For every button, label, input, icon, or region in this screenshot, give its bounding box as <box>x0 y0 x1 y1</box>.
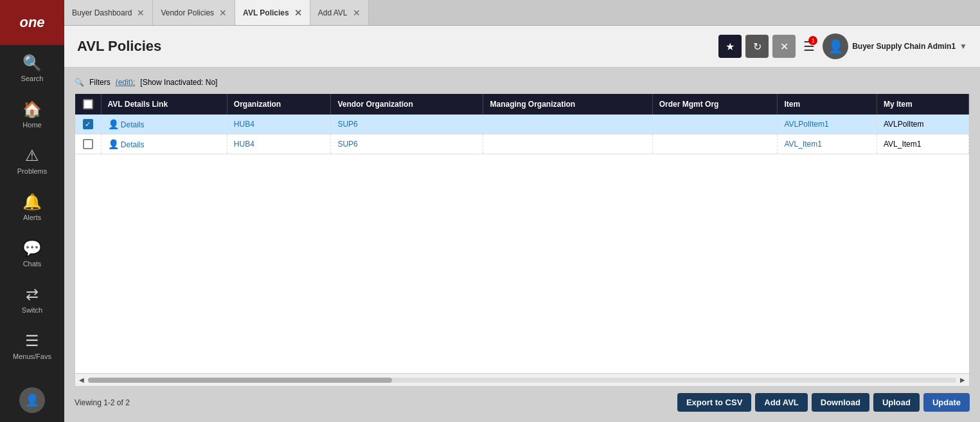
row1-checkbox[interactable] <box>83 119 93 129</box>
content-area: 🔍 Filters (edit): [Show Inactivated: No] <box>64 68 980 422</box>
menus-icon: ☰ <box>25 332 39 350</box>
row2-organization[interactable]: HUB4 <box>227 134 331 154</box>
select-all-checkbox[interactable] <box>83 99 93 109</box>
row1-organization[interactable]: HUB4 <box>227 115 331 134</box>
row2-order-mgmt-org <box>652 134 778 154</box>
notification-badge: 1 <box>808 36 817 45</box>
row2-item[interactable]: AVL_Item1 <box>778 134 877 154</box>
row2-details-cell: 👤 Details <box>101 134 227 154</box>
avl-policies-table: AVL Details Link Organization Vendor Org… <box>75 94 969 154</box>
scroll-left-arrow[interactable]: ◀ <box>78 376 85 383</box>
row2-managing-org <box>483 134 652 154</box>
row1-checkbox-cell[interactable] <box>75 115 101 134</box>
tab-close-avl-policies[interactable]: ✕ <box>294 8 302 18</box>
filter-show-inactivated: [Show Inactivated: No] <box>140 78 217 87</box>
menu-button-wrapper: ☰ 1 <box>803 39 815 54</box>
upload-button[interactable]: Upload <box>873 393 920 412</box>
user-name: Buyer Supply Chain Admin1 <box>852 42 956 51</box>
row1-item[interactable]: AVLPolItem1 <box>778 115 877 134</box>
col-organization: Organization <box>227 94 331 115</box>
sidebar-item-alerts[interactable]: 🔔 Alerts <box>0 184 64 230</box>
footer-buttons: Export to CSV Add AVL Download Upload Up… <box>677 393 970 412</box>
update-button[interactable]: Update <box>923 393 970 412</box>
table-footer: Viewing 1-2 of 2 Export to CSV Add AVL D… <box>75 387 970 412</box>
download-button[interactable]: Download <box>812 393 869 412</box>
row2-details-link[interactable]: Details <box>121 140 145 149</box>
tab-add-avl[interactable]: Add AVL ✕ <box>310 0 369 25</box>
home-icon: 🏠 <box>22 100 42 118</box>
table-container: AVL Details Link Organization Vendor Org… <box>75 93 970 387</box>
alerts-icon: 🔔 <box>22 193 42 211</box>
horizontal-scrollbar[interactable]: ◀ ▶ <box>75 373 969 386</box>
table-row[interactable]: 👤 Details HUB4 SUP6 AVL_Item1 AVL_Item1 <box>75 134 969 154</box>
refresh-button[interactable]: ↻ <box>745 35 769 58</box>
scroll-track[interactable] <box>88 378 956 383</box>
sidebar-item-problems[interactable]: ⚠ Problems <box>0 138 64 184</box>
sidebar-item-user[interactable]: 👤 <box>0 378 64 422</box>
chats-icon: 💬 <box>22 239 42 257</box>
sidebar-item-home[interactable]: 🏠 Home <box>0 91 64 138</box>
tab-vendor-policies[interactable]: Vendor Policies ✕ <box>153 0 235 25</box>
row2-icon: 👤 <box>108 139 119 149</box>
tab-close-vendor-policies[interactable]: ✕ <box>219 8 227 18</box>
row2-my-item: AVL_Item1 <box>877 134 968 154</box>
user-dropdown-arrow[interactable]: ▼ <box>959 42 967 51</box>
close-button[interactable]: ✕ <box>772 35 796 58</box>
scroll-thumb[interactable] <box>88 378 392 383</box>
filter-edit-link[interactable]: (edit): <box>116 78 136 87</box>
col-order-mgmt-org: Order Mgmt Org <box>652 94 778 115</box>
row2-checkbox[interactable] <box>83 139 93 149</box>
sidebar-item-menus[interactable]: ☰ Menus/Favs <box>0 323 64 369</box>
user-info: Buyer Supply Chain Admin1 <box>852 42 956 51</box>
row1-details-cell: 👤 Details <box>101 115 227 134</box>
user-section: 👤 Buyer Supply Chain Admin1 ▼ <box>823 33 967 59</box>
tab-close-buyer-dashboard[interactable]: ✕ <box>137 8 145 18</box>
row1-my-item: AVLPolItem <box>877 115 968 134</box>
tab-buyer-dashboard[interactable]: Buyer Dashboard ✕ <box>64 0 153 25</box>
filter-bar: 🔍 Filters (edit): [Show Inactivated: No] <box>75 78 970 87</box>
row1-details-link[interactable]: Details <box>121 120 145 129</box>
add-avl-button[interactable]: Add AVL <box>755 393 807 412</box>
user-avatar: 👤 <box>823 33 848 59</box>
row1-vendor-org[interactable]: SUP6 <box>331 115 483 134</box>
col-item: Item <box>778 94 877 115</box>
switch-icon: ⇄ <box>26 286 39 304</box>
col-my-item: My Item <box>877 94 968 115</box>
sidebar-item-switch[interactable]: ⇄ Switch <box>0 277 64 323</box>
problems-icon: ⚠ <box>25 147 39 165</box>
tabs-bar: Buyer Dashboard ✕ Vendor Policies ✕ AVL … <box>64 0 980 26</box>
col-managing-org: Managing Organization <box>483 94 652 115</box>
sidebar-item-chats[interactable]: 💬 Chats <box>0 230 64 277</box>
sidebar-item-search[interactable]: 🔍 Search <box>0 45 64 91</box>
table-body: 👤 Details HUB4 SUP6 AVLPolItem1 AVLPolIt… <box>75 115 969 154</box>
header-right-group: ★ ↻ ✕ ☰ 1 👤 Buyer Supply Chain Admin1 ▼ <box>718 33 967 59</box>
search-icon: 🔍 <box>22 54 42 72</box>
col-avl-details-link: AVL Details Link <box>101 94 227 115</box>
viewing-text: Viewing 1-2 of 2 <box>75 398 130 407</box>
filter-icon: 🔍 <box>75 78 84 87</box>
row2-checkbox-cell[interactable] <box>75 134 101 154</box>
tab-avl-policies[interactable]: AVL Policies ✕ <box>235 0 310 25</box>
header-action-buttons: ★ ↻ ✕ <box>718 35 796 58</box>
table-row[interactable]: 👤 Details HUB4 SUP6 AVLPolItem1 AVLPolIt… <box>75 115 969 134</box>
export-csv-button[interactable]: Export to CSV <box>677 393 751 412</box>
favorite-button[interactable]: ★ <box>718 35 742 58</box>
row1-managing-org <box>483 115 652 134</box>
avatar-icon: 👤 <box>828 39 844 54</box>
filter-label: Filters <box>89 78 111 87</box>
app-logo[interactable]: one <box>0 0 64 45</box>
row2-vendor-org[interactable]: SUP6 <box>331 134 483 154</box>
scroll-right-arrow[interactable]: ▶ <box>959 376 967 383</box>
col-checkbox <box>75 94 101 115</box>
page-title: AVL Policies <box>77 38 161 55</box>
sidebar: one 🔍 Search 🏠 Home ⚠ Problems 🔔 Alerts … <box>0 0 64 422</box>
table-header-row: AVL Details Link Organization Vendor Org… <box>75 94 969 115</box>
page-header: AVL Policies ★ ↻ ✕ ☰ 1 👤 Buyer Supply Ch… <box>64 26 980 68</box>
main-area: Buyer Dashboard ✕ Vendor Policies ✕ AVL … <box>64 0 980 422</box>
sidebar-avatar: 👤 <box>19 387 45 413</box>
row1-icon: 👤 <box>108 119 119 129</box>
table-wrapper[interactable]: AVL Details Link Organization Vendor Org… <box>75 94 969 373</box>
col-vendor-org: Vendor Organization <box>331 94 483 115</box>
row1-order-mgmt-org <box>652 115 778 134</box>
tab-close-add-avl[interactable]: ✕ <box>353 8 361 18</box>
